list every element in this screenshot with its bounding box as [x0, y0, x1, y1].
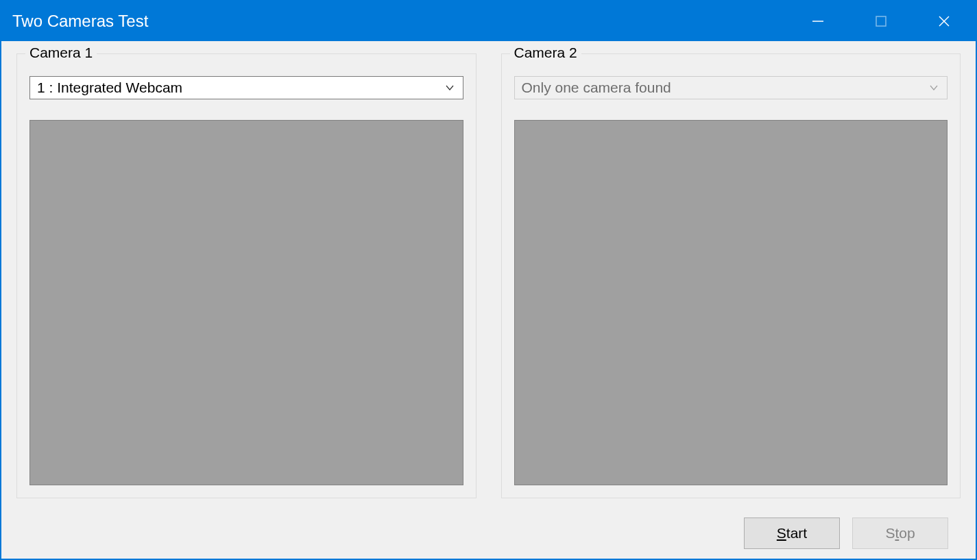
title-bar: Two Cameras Test [1, 1, 976, 41]
camera1-select[interactable]: 1 : Integrated Webcam [29, 76, 463, 99]
camera1-legend: Camera 1 [25, 45, 97, 61]
camera2-select-value: Only one camera found [522, 80, 928, 96]
minimize-button[interactable] [786, 1, 849, 41]
button-row: Start Stop [16, 498, 961, 549]
close-icon [937, 14, 951, 28]
chevron-down-icon [928, 83, 940, 93]
start-button[interactable]: Start [744, 518, 840, 549]
maximize-icon [874, 14, 888, 28]
camera2-group: Camera 2 Only one camera found [501, 53, 961, 498]
camera1-preview [29, 120, 463, 485]
camera2-preview [514, 120, 948, 485]
close-button[interactable] [913, 1, 976, 41]
minimize-icon [811, 14, 825, 28]
camera-panels: Camera 1 1 : Integrated Webcam Camera 2 … [16, 53, 961, 498]
chevron-down-icon [444, 83, 456, 93]
maximize-button [849, 1, 913, 41]
svg-rect-1 [876, 16, 886, 26]
camera2-legend: Camera 2 [510, 45, 581, 61]
window-title: Two Cameras Test [1, 12, 148, 31]
client-area: Camera 1 1 : Integrated Webcam Camera 2 … [1, 41, 976, 559]
camera2-select: Only one camera found [514, 76, 948, 99]
camera1-select-value: 1 : Integrated Webcam [37, 80, 444, 96]
stop-button: Stop [852, 518, 948, 549]
camera1-group: Camera 1 1 : Integrated Webcam [16, 53, 477, 498]
app-window: Two Cameras Test Camera 1 1 : Integrated… [1, 1, 976, 559]
